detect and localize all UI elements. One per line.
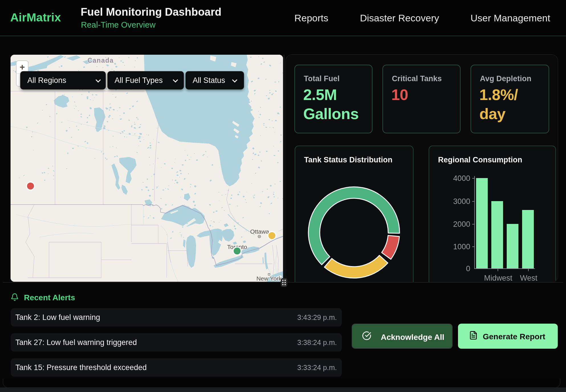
svg-text:0: 0 (466, 264, 470, 273)
svg-text:3000: 3000 (453, 197, 470, 206)
svg-text:Ottawa: Ottawa (250, 228, 269, 235)
svg-text:2000: 2000 (453, 220, 470, 228)
svg-text:4000: 4000 (453, 174, 470, 183)
svg-text:Canada: Canada (87, 57, 114, 64)
svg-text:1000: 1000 (453, 242, 470, 251)
svg-text:New York: New York (256, 275, 282, 282)
svg-text:West: West (520, 274, 538, 282)
svg-text:Midwest: Midwest (484, 274, 512, 282)
